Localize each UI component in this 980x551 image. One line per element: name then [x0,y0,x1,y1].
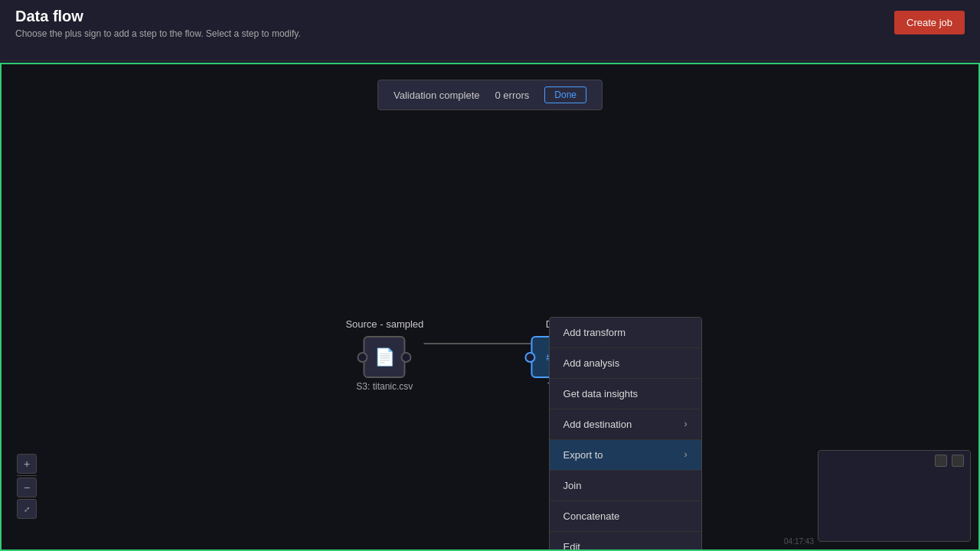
zoom-out-button[interactable]: − [17,478,37,497]
validation-bar: Validation complete 0 errors Done [377,80,603,110]
zoom-controls: + − ⤢ [17,454,37,519]
fit-view-button[interactable]: ⤢ [17,499,37,519]
timestamp: 04:17:43 [784,537,814,546]
source-node[interactable]: 📄 [364,336,406,378]
menu-item-add-destination[interactable]: Add destination › [550,409,701,440]
chevron-right-icon: › [684,449,688,460]
canvas-area: Validation complete 0 errors Done Source… [0,63,980,551]
validation-status: Validation complete [394,90,480,101]
menu-item-concatenate[interactable]: Concatenate [550,501,701,532]
mini-map-nav-btn-1[interactable] [935,455,947,467]
menu-item-edit[interactable]: Edit [550,532,701,551]
menu-item-add-analysis[interactable]: Add analysis [550,348,701,379]
app-title: Data flow [15,8,301,25]
create-job-button[interactable]: Create job [894,11,965,34]
mini-map-nav-btn-2[interactable] [952,455,964,467]
header: Data flow Choose the plus sign to add a … [0,0,980,61]
app-subtitle: Choose the plus sign to add a step to th… [15,28,301,39]
zoom-in-button[interactable]: + [17,454,37,474]
header-left: Data flow Choose the plus sign to add a … [15,8,301,39]
source-label: Source - sampled [345,318,423,330]
chevron-right-icon: › [684,419,688,429]
source-sublabel: S3: titanic.csv [356,381,413,392]
zoom-divider [17,475,37,476]
validation-done-button[interactable]: Done [544,86,586,103]
context-menu: Add transform Add analysis Get data insi… [549,317,702,551]
menu-item-get-data-insights[interactable]: Get data insights [550,379,701,409]
menu-item-add-transform[interactable]: Add transform [550,318,701,348]
mini-map-nav [935,455,964,467]
source-file-icon: 📄 [374,347,395,367]
menu-item-join[interactable]: Join [550,471,701,501]
source-node-wrapper: Source - sampled 📄 S3: titanic.csv [345,318,423,392]
menu-item-export-to[interactable]: Export to › [550,440,701,471]
validation-errors: 0 errors [495,90,530,101]
connector-line [423,343,531,344]
mini-map [818,450,971,542]
